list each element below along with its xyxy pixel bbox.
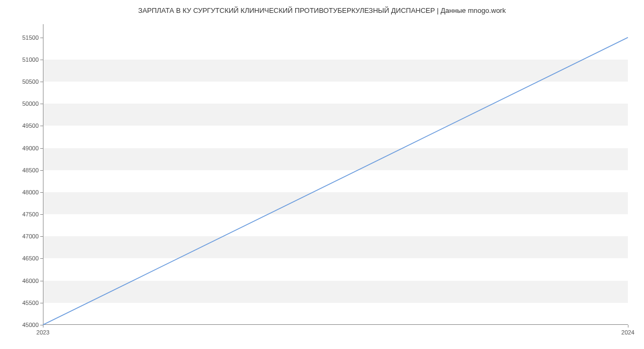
y-tick-label: 48000 [22,189,39,195]
x-tick-label: 2023 [36,329,49,336]
x-tick-mark [43,325,43,328]
y-tick-label: 46000 [22,278,39,284]
y-tick-label: 50000 [22,100,39,107]
data-line [43,38,628,325]
y-tick-label: 49500 [22,122,39,129]
x-tick-label: 2024 [621,329,634,336]
x-tick-mark [628,325,628,328]
y-tick-label: 47500 [22,211,39,217]
chart-line-svg [43,24,628,325]
y-tick-label: 51000 [22,56,39,63]
y-tick-label: 47000 [22,233,39,239]
plot-area: 4500045500460004650047000475004800048500… [43,24,628,325]
y-tick-label: 45000 [22,322,39,328]
y-tick-label: 51500 [22,34,39,41]
y-tick-label: 48500 [22,167,39,173]
y-tick-label: 50500 [22,78,39,85]
chart-title: ЗАРПЛАТА В КУ СУРГУТСКИЙ КЛИНИЧЕСКИЙ ПРО… [0,6,644,14]
y-tick-label: 49000 [22,145,39,151]
y-tick-label: 45500 [22,300,39,306]
y-tick-label: 46500 [22,255,39,261]
